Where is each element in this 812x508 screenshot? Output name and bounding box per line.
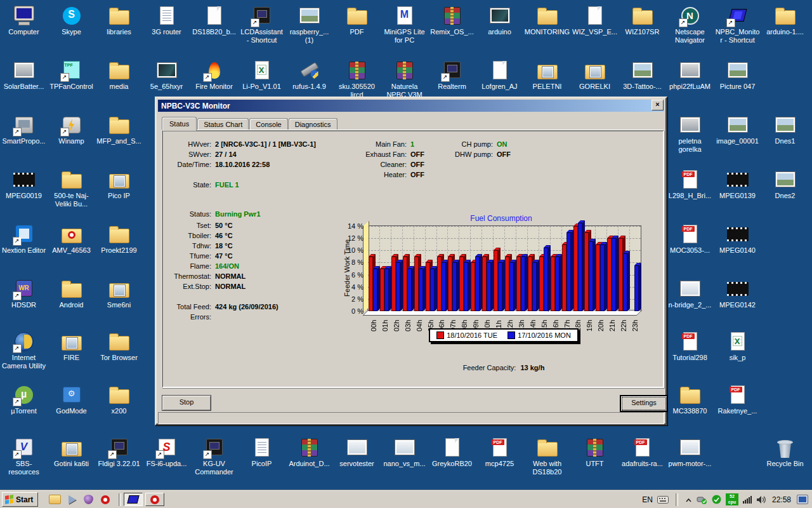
desktop-icon[interactable]: Tor Browser [96,331,142,362]
cpu-meter-icon[interactable]: 52cpu [726,493,738,505]
window-titlebar[interactable]: NPBC-V3C Monitor [158,100,664,112]
desktop-icon[interactable]: ↗Fire Monitor [191,60,237,91]
usb-safely-remove-icon[interactable] [697,495,707,504]
collapse-chevron-icon[interactable] [685,497,692,503]
desktop-icon[interactable]: ↗µTorrent [1,384,47,415]
stop-button[interactable]: Stop [162,395,211,411]
clock[interactable]: 22:58 [772,495,791,504]
desktop-icon[interactable]: ↗Fldigi 3.22.01 [96,437,142,468]
desktop-icon[interactable]: 500-te Naj-Veliki Bu... [48,169,95,208]
close-icon[interactable]: × [652,100,664,110]
desktop-icon[interactable]: MiniGPS Lite for PC [381,5,428,44]
desktop-icon[interactable]: Gotini ka6ti [48,437,95,468]
desktop-icon[interactable]: ↗KG-UV Commander [191,437,237,476]
desktop-icon[interactable]: mcp4725 [476,437,523,468]
desktop-icon[interactable]: L298_H_Bri... [667,169,713,200]
desktop-icon[interactable]: WIZ_VSP_E... [572,5,618,36]
desktop-icon[interactable]: MC338870 [667,384,713,415]
desktop-icon[interactable]: Dnes2 [762,169,808,200]
desktop-icon[interactable]: Lofgren_AJ [476,60,523,91]
desktop-icon[interactable]: UTFT [572,437,618,468]
desktop-icon[interactable]: Android [48,278,95,309]
desktop-icon[interactable]: Computer [1,5,47,36]
desktop-icon[interactable]: ↗Netscape Navigator [667,5,713,44]
desktop-icon[interactable]: servotester [334,437,380,468]
desktop-icon[interactable]: Pico IP [96,169,142,200]
desktop-icon[interactable]: Li-Po_V1.01 [239,60,285,91]
desktop-icon[interactable]: MPEG0139 [714,169,761,200]
desktop-icon[interactable]: MFP_and_S... [96,114,142,145]
desktop-icon[interactable]: ↗LCDAssistant - Shortcut [239,5,285,44]
desktop-icon[interactable]: arduino-1.... [762,5,808,36]
volume-icon[interactable] [756,495,766,504]
desktop-icon[interactable]: Skype [48,5,95,36]
desktop-icon[interactable]: Proekt2199 [96,224,142,255]
desktop-icon[interactable]: ↗Internet Camera Utility [1,331,47,370]
tpfancontrol-check-icon[interactable] [712,495,721,504]
desktop-icon[interactable]: Remix_OS_... [429,5,475,36]
desktop-icon[interactable]: GORELKI [572,60,618,91]
keyboard-icon[interactable] [657,496,669,504]
desktop-icon[interactable]: ↗SmartPropo... [1,114,47,145]
tab-status[interactable]: Status [162,117,197,131]
desktop-icon[interactable]: raspberry_... (1) [286,5,332,44]
language-indicator[interactable]: EN [642,495,653,504]
desktop-icon[interactable]: Sme6ni [96,278,142,309]
desktop-icon[interactable]: adafruits-ra... [619,437,665,468]
desktop-icon[interactable]: ↗HDSDR [1,278,47,309]
desktop-icon[interactable]: Recycle Bin [762,437,808,468]
desktop-icon[interactable]: MPEG0142 [714,278,761,309]
desktop-icon[interactable]: WIZ107SR [619,5,665,36]
desktop-icon[interactable]: SolarBatter... [1,60,47,91]
desktop-icon[interactable]: 5e_65hxyr [143,60,190,91]
opera-icon[interactable] [101,495,110,504]
network-signal-icon[interactable] [743,495,752,504]
desktop-icon[interactable]: ↗NPBC_Monitor - Shortcut [714,5,761,44]
desktop-icon[interactable]: sku.305520 lircd [334,60,380,99]
tab-diagnostics[interactable]: Diagnostics [289,118,337,130]
desktop-icon[interactable]: GodMode [48,384,95,415]
desktop-icon[interactable]: ↗TPFanControl [48,60,95,91]
desktop-icon[interactable]: FIRE [48,331,95,362]
desktop-icon[interactable]: n-bridge_2_... [667,278,713,309]
desktop-icon[interactable]: peletna gorelka [667,114,713,154]
explorer-folder-icon[interactable] [49,495,61,504]
media-player-icon[interactable] [69,495,76,504]
desktop-icon[interactable]: x200 [96,384,142,415]
desktop-icon[interactable]: PELETNI [524,60,570,91]
desktop-icon[interactable]: sik_p [714,331,761,362]
desktop-icon[interactable]: libraries [96,5,142,36]
desktop-icon[interactable]: DS18B20_b... [191,5,237,36]
desktop-icon[interactable]: Dnes1 [762,114,808,145]
desktop-icon[interactable]: MOC3053-... [667,224,713,255]
desktop-icon[interactable]: phpi22fLuAM [667,60,713,91]
desktop-icon[interactable]: Web with DS18b20 [524,437,570,476]
taskbar-button-npbc-monitor[interactable] [124,493,143,506]
desktop-icon[interactable]: MPEG0140 [714,224,761,255]
taskbar-button-opera[interactable] [145,493,164,506]
settings-button[interactable]: Settings [620,395,668,412]
desktop-icon[interactable]: 3G router [143,5,190,36]
tor-icon[interactable] [84,495,93,504]
desktop-icon[interactable]: ↗FS-i6-upda... [143,437,190,468]
tab-status-chart[interactable]: Status Chart [197,118,249,130]
desktop-icon[interactable]: MONITORING [524,5,570,36]
desktop-icon[interactable]: nano_vs_m... [381,437,428,468]
start-button[interactable]: Start [2,492,38,507]
show-desktop-icon[interactable] [797,495,808,504]
desktop-icon[interactable]: image_00001 [714,114,761,145]
desktop-icon[interactable]: PicoIP [239,437,285,468]
desktop-icon[interactable]: 3D-Tattoo-... [619,60,665,91]
desktop-icon[interactable]: ↗Nextion Editor [1,224,47,255]
desktop-icon[interactable]: arduino [476,5,523,36]
desktop-icon[interactable]: ↗Winamp [48,114,95,145]
desktop-icon[interactable]: ↗SBS-resources [1,437,47,476]
desktop-icon[interactable]: Raketnye_... [714,384,761,415]
desktop-icon[interactable]: Arduinot_D... [286,437,332,468]
desktop-icon[interactable]: pwm-motor-... [667,437,713,468]
desktop-icon[interactable]: GreykoRB20 [429,437,475,468]
desktop-icon[interactable]: rufus-1.4.9 [286,60,332,91]
desktop-icon[interactable]: AMV_46563 [48,224,95,255]
desktop-icon[interactable]: PDF [334,5,380,36]
desktop-icon[interactable]: MPEG0019 [1,169,47,200]
